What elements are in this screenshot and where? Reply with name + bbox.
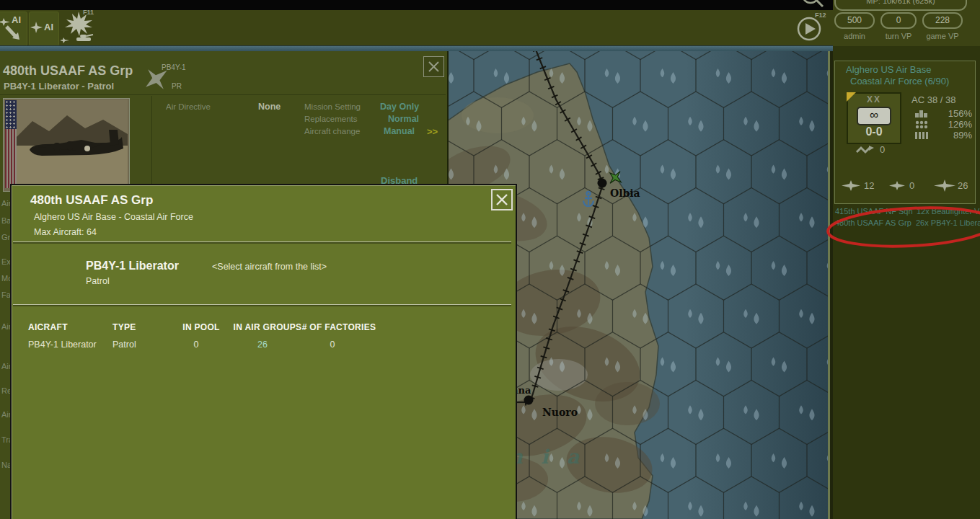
chevron-right-icon[interactable]: >> [427,126,438,137]
aircraft-change-dialog: 480th USAAF AS Grp Alghero US Air Base -… [10,184,517,519]
plane-count-1: 12 [864,180,874,191]
admin-pill: 500 [834,12,875,29]
section-divider [13,304,511,306]
col-header-aircraft: AICRAFT [28,322,68,332]
patrol-plane-icon [933,179,956,192]
turn-vp-pill: 0 [880,12,917,29]
selected-aircraft-type: Patrol [86,276,110,286]
airforce-name: Coastal Air Force (6/90) [850,76,949,86]
game-vp-value: 228 [935,15,950,25]
vehicles-icon [914,120,929,129]
aircraft-change-value[interactable]: Manual [384,126,415,136]
ammo-icon [914,110,929,118]
air-unit-symbol: ∞ [857,107,891,125]
aircraft-icon-label: PB4Y-1 [162,63,186,71]
cell-factories: 0 [289,340,376,350]
airbase-panel[interactable]: Alghero US Air Base Coastal Air Force (6… [834,61,976,204]
select-hint: <Select aircraft from the list> [212,262,327,272]
settings-divider [151,96,152,190]
sorties-icon [855,145,875,155]
battle-report-button[interactable]: F11 [61,10,97,45]
turn-vp-value: 0 [896,15,901,25]
city-label-nuoro: Nuoro [542,407,578,418]
f11-label: F11 [83,9,94,16]
bomber-plane-icon [888,180,906,192]
replacements-label: Replacements [304,115,358,123]
supply-pct-1: 156% [942,108,972,119]
close-icon [424,57,443,76]
ai-move-label: AI [12,14,21,25]
city-dot-olbia[interactable] [598,179,607,188]
air-directive-value[interactable]: None [258,102,281,112]
plane-count-3: 26 [958,180,968,191]
dialog-max-aircraft: Max Aircraft: 64 [34,227,97,237]
unit-counter[interactable]: XX ∞ 0-0 [847,92,901,144]
aircraft-change-label: Aircraft change [304,127,360,136]
supply-pct-2: 126% [942,119,972,130]
ai-air-button[interactable]: AI [29,12,59,46]
city-label-olbia: Olbia [610,187,640,199]
city-dot-nuoro[interactable] [524,396,534,405]
ai-air-label: AI [44,22,53,32]
top-toolbar: AI AI F11 F12 [0,0,980,46]
annotation-ellipse [822,203,980,254]
game-screen: Olbia Nuoro ana n i a AI AI [0,0,980,519]
supply-pct-3: 89% [942,130,972,141]
close-icon [493,190,511,209]
section-divider [13,241,511,244]
aircraft-icon-sublabel: PR [172,82,182,90]
fighter-plane-icon [841,179,861,192]
map-panel-border [828,50,833,519]
end-turn-button[interactable]: F12 [793,12,828,45]
counter-size-symbol: XX [848,94,900,105]
bg-header-divider [0,94,446,95]
ai-move-button[interactable]: AI [0,12,27,46]
bg-dialog-close-button[interactable] [423,56,444,77]
f12-label: F12 [815,12,826,19]
admin-label: admin [834,32,875,40]
mp-pill: MP: 10k/61k (625k) [834,0,967,11]
cut-label-5: Fa [1,290,11,299]
admin-value: 500 [847,15,862,25]
dialog-subtitle: Alghero US Air Base - Coastal Air Force [34,212,193,222]
sea-deep-band [685,50,833,519]
airbase-name: Alghero US Air Base [846,64,932,75]
cell-aircraft: PB4Y-1 Liberator [28,340,97,350]
divider-strip [0,45,833,51]
turn-vp-label: turn VP [878,32,919,40]
region-label: n i a [508,445,585,468]
bomber-photo-art [17,99,128,190]
game-vp-pill: 228 [922,12,963,29]
search-icon[interactable] [798,0,829,12]
us-flag [5,100,17,188]
mission-setting-label: Mission Setting [304,102,361,111]
aircraft-count: AC 38 / 38 [911,94,955,105]
right-sidebar: Alghero US Air Base Coastal Air Force (6… [833,46,980,519]
air-directive-label: Air Directive [166,102,211,111]
game-vp-label: game VP [922,32,963,40]
aircraft-photo [3,98,130,192]
cut-label-3: Ex [1,257,11,266]
bg-dialog-subtitle: PB4Y-1 Liberator - Patrol [4,81,114,92]
col-header-factories: # OF FACTORIES [296,322,382,332]
sorties-value: 0 [880,144,885,155]
cell-type: Patrol [112,340,136,350]
mp-value: MP: 10k/61k (625k) [866,0,935,5]
bg-dialog-title: 480th USAAF AS Grp [3,63,133,79]
mission-setting-value[interactable]: Day Only [380,102,419,112]
dialog-title: 480th USAAF AS Grp [30,193,153,208]
plane-count-2: 0 [909,180,914,191]
top-black-strip [0,0,833,10]
dialog-close-button[interactable] [491,189,513,210]
col-header-type: TYPE [112,322,136,332]
replacements-value[interactable]: Normal [388,114,419,124]
table-row[interactable]: PB4Y-1 Liberator Patrol 0 26 0 [12,340,513,355]
fuel-icon [914,131,929,140]
counter-strength: 0-0 [848,125,900,138]
selected-aircraft-name: PB4Y-1 Liberator [86,260,179,272]
